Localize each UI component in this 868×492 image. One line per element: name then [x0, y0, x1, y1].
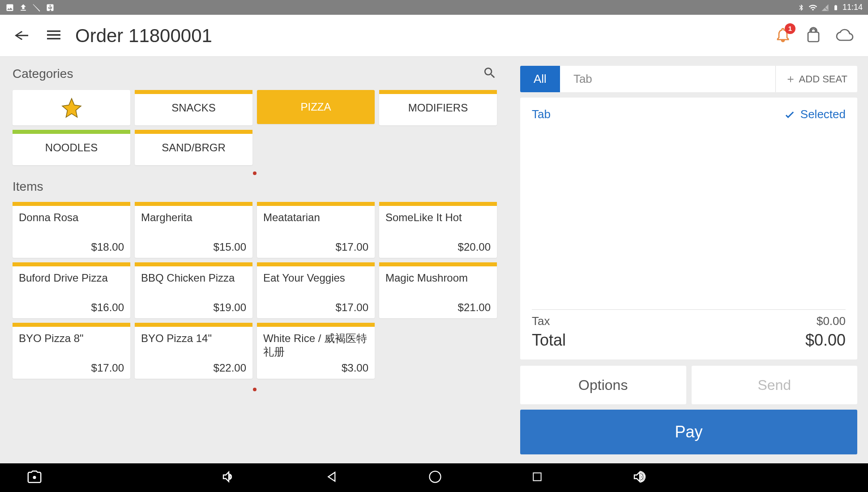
category-tile-1[interactable]: SNACKS: [135, 90, 252, 125]
cloud-button[interactable]: [836, 27, 854, 45]
upload-icon: [19, 3, 28, 12]
item-name: Margherita: [141, 211, 246, 241]
categories-label: Categories: [13, 67, 73, 81]
notification-button[interactable]: 1: [775, 27, 791, 45]
item-tile-0[interactable]: Donna Rosa$18.00: [13, 202, 130, 258]
item-tile-10[interactable]: White Rice / 威褐医特 礼册$3.00: [257, 323, 375, 379]
item-name: SomeLike It Hot: [385, 211, 491, 241]
item-price: $21.00: [385, 301, 491, 314]
android-back-button[interactable]: [325, 470, 339, 485]
tax-value: $0.00: [817, 314, 846, 328]
star-icon: [60, 97, 83, 119]
tax-label: Tax: [532, 314, 550, 328]
notification-badge: 1: [785, 23, 795, 34]
volume-up-icon: [633, 470, 647, 484]
android-nav-bar: [0, 463, 868, 492]
category-tile-3[interactable]: MODIFIERS: [379, 90, 497, 125]
item-price: $16.00: [19, 301, 124, 314]
left-panel: Categories SNACKSPIZZAMODIFIERSNOODLESSA…: [0, 57, 509, 463]
total-value: $0.00: [805, 331, 846, 350]
filter-tab-tab[interactable]: Tab: [560, 66, 775, 92]
item-price: $22.00: [141, 362, 246, 374]
category-tile-4[interactable]: NOODLES: [13, 130, 130, 165]
item-price: $3.00: [263, 362, 368, 374]
total-label: Total: [532, 331, 566, 350]
search-icon: [483, 66, 497, 80]
android-home-button[interactable]: [428, 470, 442, 485]
item-name: Donna Rosa: [19, 211, 124, 241]
item-tile-4[interactable]: Buford Drive Pizza$16.00: [13, 262, 130, 318]
pay-button[interactable]: Pay: [520, 410, 857, 454]
item-name: Magic Mushroom: [385, 271, 491, 301]
android-recent-button[interactable]: [531, 471, 543, 484]
item-tile-1[interactable]: Margherita$15.00: [135, 202, 252, 258]
category-label: NOODLES: [45, 141, 98, 154]
item-price: $19.00: [141, 301, 246, 314]
item-price: $15.00: [141, 241, 246, 253]
send-button[interactable]: Send: [692, 366, 858, 404]
volume-up-button[interactable]: [633, 470, 647, 486]
signal-disabled-icon: [821, 4, 829, 12]
category-tile-0[interactable]: [13, 90, 130, 125]
category-page-indicator: [13, 165, 497, 180]
svg-point-2: [33, 476, 36, 479]
ticket-tab-label[interactable]: Tab: [532, 107, 551, 121]
add-seat-button[interactable]: ADD SEAT: [775, 66, 857, 92]
item-name: Meatatarian: [263, 211, 368, 241]
page-title: Order 11800001: [75, 25, 775, 47]
item-tile-2[interactable]: Meatatarian$17.00: [257, 202, 375, 258]
item-name: BYO Pizza 14": [141, 332, 246, 362]
item-tile-9[interactable]: BYO Pizza 14"$22.00: [135, 323, 252, 379]
volume-down-button[interactable]: [222, 470, 236, 486]
item-tile-3[interactable]: SomeLike It Hot$20.00: [379, 202, 497, 258]
image-icon: [5, 3, 14, 12]
category-tile-5[interactable]: SAND/BRGR: [135, 130, 252, 165]
item-tile-6[interactable]: Eat Your Veggies$17.00: [257, 262, 375, 318]
category-tile-2[interactable]: PIZZA: [257, 90, 375, 124]
item-tile-8[interactable]: BYO Pizza 8"$17.00: [13, 323, 130, 379]
back-triangle-icon: [325, 470, 339, 483]
header-icons: 1: [775, 27, 854, 45]
ticket-panel: Tab Selected Tax $0.00 Total $0.00: [520, 98, 857, 359]
ticket-selected-indicator[interactable]: Selected: [783, 107, 846, 121]
recent-square-icon: [531, 471, 543, 483]
airplane-off-icon: [32, 3, 41, 12]
lock-button[interactable]: [805, 27, 821, 45]
right-panel: All Tab ADD SEAT Tab Selected Tax $0.00: [509, 57, 868, 463]
item-price: $17.00: [19, 362, 124, 374]
plus-icon: [786, 74, 795, 84]
back-button[interactable]: [11, 26, 32, 46]
item-tile-7[interactable]: Magic Mushroom$21.00: [379, 262, 497, 318]
item-price: $17.00: [263, 301, 368, 314]
status-bar: 11:14: [0, 0, 868, 15]
svg-rect-4: [533, 473, 541, 480]
category-label: PIZZA: [300, 101, 331, 113]
battery-icon: [833, 3, 839, 12]
item-name: BYO Pizza 8": [19, 332, 124, 362]
add-seat-label: ADD SEAT: [799, 73, 847, 85]
item-name: Buford Drive Pizza: [19, 271, 124, 301]
wifi-icon: [808, 3, 817, 12]
search-button[interactable]: [483, 66, 497, 82]
items-label: Items: [13, 180, 497, 194]
status-right: 11:14: [798, 3, 863, 12]
filter-all-tab[interactable]: All: [520, 66, 560, 92]
category-label: SNACKS: [171, 102, 216, 114]
volume-down-icon: [222, 470, 236, 484]
status-time: 11:14: [842, 3, 863, 12]
bluetooth-icon: [798, 4, 805, 11]
item-price: $17.00: [263, 241, 368, 253]
menu-icon[interactable]: [45, 26, 63, 46]
item-price: $18.00: [19, 241, 124, 253]
lock-icon: [805, 27, 821, 43]
category-label: MODIFIERS: [408, 102, 468, 114]
usb-icon: [46, 3, 55, 12]
camera-button[interactable]: [27, 469, 42, 486]
options-button[interactable]: Options: [520, 366, 686, 404]
category-label: SAND/BRGR: [162, 141, 226, 154]
item-price: $20.00: [385, 241, 491, 253]
item-tile-5[interactable]: BBQ Chicken Pizza$19.00: [135, 262, 252, 318]
item-name: White Rice / 威褐医特 礼册: [263, 332, 368, 362]
home-circle-icon: [428, 470, 442, 483]
app-header: Order 11800001 1: [0, 15, 868, 57]
